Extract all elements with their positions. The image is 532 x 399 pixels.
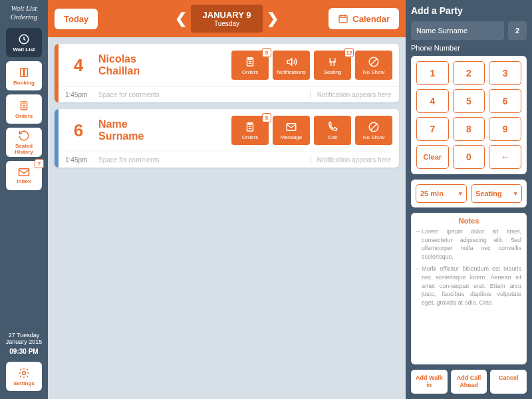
action-row: Orders 5 Notifications Seating 12 No Sho… xyxy=(231,51,392,80)
phone-keypad: 123456789Clear0← xyxy=(411,56,527,174)
comment-field[interactable]: Space for comments xyxy=(98,91,310,98)
wait-time-dropdown[interactable]: 25 min ▾ xyxy=(416,184,467,203)
nav-waitlist[interactable]: Wait List xyxy=(6,28,42,57)
party-time: 1:45pm xyxy=(65,156,98,164)
clock-icon xyxy=(18,33,30,45)
panel-title: Add a Party xyxy=(411,5,527,16)
seating-dropdown[interactable]: Seating ▾ xyxy=(471,184,522,203)
action-orders[interactable]: Orders 5 xyxy=(231,116,269,145)
action-orders[interactable]: Orders 5 xyxy=(231,51,269,80)
status-bar xyxy=(55,109,59,168)
action-message[interactable]: Message xyxy=(273,116,310,145)
party-card[interactable]: 6 NameSurname Orders 5 Message Call No S… xyxy=(55,109,399,168)
action-badge: 5 xyxy=(262,48,271,57)
action-badge: 5 xyxy=(262,113,271,122)
action-label: Orders xyxy=(242,69,258,75)
notification-area: Notification appears here xyxy=(310,156,391,164)
clipboard-icon xyxy=(18,100,30,112)
history-icon xyxy=(18,130,30,142)
nav-label: Seated History xyxy=(6,143,42,155)
book-icon xyxy=(18,66,30,78)
key-digit-8[interactable]: 8 xyxy=(453,117,485,141)
add-walkin-button[interactable]: Add Walk in xyxy=(411,370,448,394)
add-party-panel: Add a Party Name Surname 2 Phone Number … xyxy=(406,0,532,399)
sidebar: Wait List Ordering Wait List Booking Ord… xyxy=(0,0,48,399)
nav-inbox[interactable]: Inbox 7 xyxy=(6,161,42,190)
status-bar xyxy=(55,44,59,102)
svg-rect-2 xyxy=(25,68,28,76)
key-digit-7[interactable]: 7 xyxy=(416,117,449,141)
calendar-button[interactable]: Calendar xyxy=(329,8,399,29)
notes-box[interactable]: Notes Lorem ipsum dolor sit amet, consec… xyxy=(411,213,527,364)
app-logo: Wait List Ordering xyxy=(4,4,44,23)
date-display[interactable]: JANUARY 9 Tuesday xyxy=(191,5,263,33)
key-digit-5[interactable]: 5 xyxy=(453,89,485,113)
add-call-ahead-button[interactable]: Add Call Ahead xyxy=(451,370,487,394)
key-clear[interactable]: Clear xyxy=(416,145,449,169)
svg-point-5 xyxy=(23,371,26,374)
nav-label: Inbox xyxy=(17,178,31,184)
phone-label: Phone Number xyxy=(411,44,527,52)
action-label: Call xyxy=(328,134,337,140)
key-digit-3[interactable]: 3 xyxy=(489,61,521,85)
action-label: No Show xyxy=(363,69,384,75)
key-digit-1[interactable]: 1 xyxy=(416,61,449,85)
key-digit-4[interactable]: 4 xyxy=(416,89,449,113)
main: Today ❮ JANUARY 9 Tuesday ❯ Calendar 4 N xyxy=(48,0,406,399)
comment-field[interactable]: Space for comments xyxy=(98,156,310,164)
noshow-icon xyxy=(368,121,380,133)
clipboard-icon xyxy=(244,121,256,133)
action-no show[interactable]: No Show xyxy=(355,51,392,80)
date-main: JANUARY 9 xyxy=(203,10,251,20)
party-name: NameSurname xyxy=(92,118,231,142)
party-size-input[interactable]: 2 xyxy=(508,21,527,40)
key-digit-0[interactable]: 0 xyxy=(453,145,485,169)
action-call[interactable]: Call xyxy=(314,116,351,145)
svg-rect-6 xyxy=(339,15,347,23)
sidebar-date: 27 Tuesday January 2015 xyxy=(0,332,48,345)
key-digit-9[interactable]: 9 xyxy=(489,117,521,141)
action-seating[interactable]: Seating 12 xyxy=(314,51,351,80)
nav-settings[interactable]: Settings xyxy=(6,362,42,391)
nav-label: Orders xyxy=(15,113,33,119)
key-digit-2[interactable]: 2 xyxy=(453,61,485,85)
svg-rect-4 xyxy=(19,168,29,176)
nav-orders[interactable]: Orders xyxy=(6,94,42,124)
action-label: Orders xyxy=(242,134,258,140)
party-name-input[interactable]: Name Surname xyxy=(411,21,504,40)
gear-icon xyxy=(18,367,30,379)
cancel-button[interactable]: Cancel xyxy=(490,370,527,394)
next-day-button[interactable]: ❯ xyxy=(263,10,283,27)
topbar: Today ❮ JANUARY 9 Tuesday ❯ Calendar xyxy=(48,0,406,37)
party-name: NicolasChaillan xyxy=(92,53,231,76)
key-backspace[interactable]: ← xyxy=(489,145,521,169)
nav-label: Wait List xyxy=(13,47,35,53)
calendar-icon xyxy=(338,13,348,24)
notes-title: Notes xyxy=(416,217,521,225)
action-no show[interactable]: No Show xyxy=(355,116,392,145)
key-digit-6[interactable]: 6 xyxy=(489,89,521,113)
party-size: 6 xyxy=(65,120,92,141)
chair-icon xyxy=(327,56,338,68)
action-label: No Show xyxy=(363,134,384,140)
noshow-icon xyxy=(368,56,380,68)
party-card[interactable]: 4 NicolasChaillan Orders 5 Notifications… xyxy=(55,44,399,102)
mail-icon xyxy=(18,168,30,177)
action-row: Orders 5 Message Call No Show xyxy=(231,116,392,145)
clipboard-icon xyxy=(244,56,256,68)
notes-text: Lorem ipsum dolor sit amet, consectetur … xyxy=(416,227,521,307)
date-sub: Tuesday xyxy=(203,20,251,27)
prev-day-button[interactable]: ❮ xyxy=(171,10,191,27)
nav-label: Booking xyxy=(13,80,35,86)
action-notifications[interactable]: Notifications xyxy=(273,51,310,80)
phone-icon xyxy=(327,121,338,133)
nav-booking[interactable]: Booking xyxy=(6,61,42,90)
chevron-down-icon: ▾ xyxy=(514,190,517,197)
party-time: 1:45pm xyxy=(65,91,98,98)
nav-seated-history[interactable]: Seated History xyxy=(6,128,42,157)
svg-rect-1 xyxy=(21,68,24,76)
party-list: 4 NicolasChaillan Orders 5 Notifications… xyxy=(48,37,406,399)
action-label: Seating xyxy=(323,69,341,75)
today-button[interactable]: Today xyxy=(55,9,98,29)
party-size: 4 xyxy=(65,55,92,76)
